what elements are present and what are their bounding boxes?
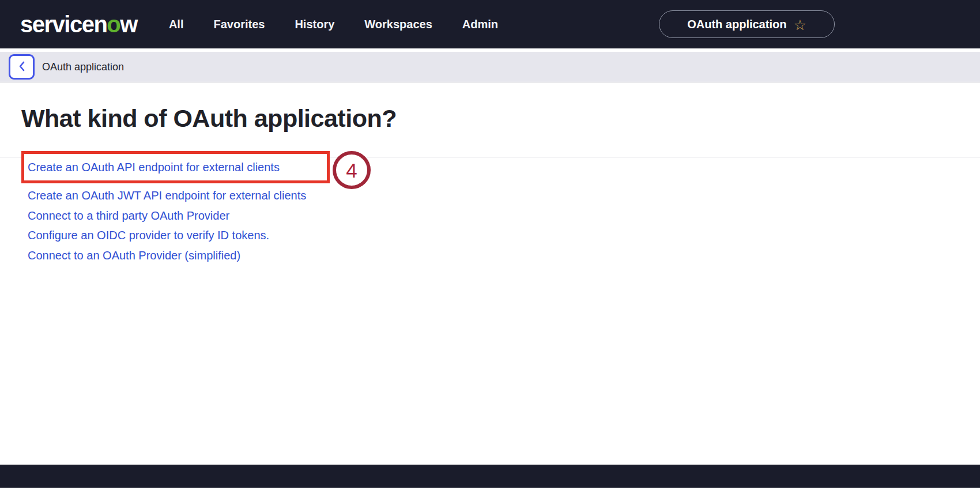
page-title: What kind of OAuth application? <box>21 103 397 134</box>
nav-item-all[interactable]: All <box>169 18 184 31</box>
servicenow-window: servicenow AllFavoritesHistoryWorkspaces… <box>0 0 980 490</box>
link-create-an-oauth-api-endpoint-for-external-clients[interactable]: Create an OAuth API endpoint for externa… <box>28 161 280 174</box>
link-create-an-oauth-jwt-api-endpoint-for-external-clients[interactable]: Create an OAuth JWT API endpoint for ext… <box>28 186 306 206</box>
servicenow-logo[interactable]: servicenow <box>20 13 137 36</box>
primary-nav: AllFavoritesHistoryWorkspacesAdmin <box>169 18 498 31</box>
logo-green-o: o <box>107 12 120 37</box>
bottom-bar <box>0 465 980 488</box>
chevron-left-icon <box>17 60 27 74</box>
favorite-star-icon[interactable]: ☆ <box>793 18 806 32</box>
oauth-option-links: Create an OAuth JWT API endpoint for ext… <box>28 186 306 265</box>
top-nav-bar: servicenow AllFavoritesHistoryWorkspaces… <box>0 0 980 48</box>
link-connect-to-an-oauth-provider-simplified[interactable]: Connect to an OAuth Provider (simplified… <box>28 246 306 266</box>
link-connect-to-a-third-party-oauth-provider[interactable]: Connect to a third party OAuth Provider <box>28 206 306 226</box>
record-pill-label: OAuth application <box>687 18 786 31</box>
logo-text-prefix: servicen <box>20 12 107 37</box>
nav-item-workspaces[interactable]: Workspaces <box>364 18 432 31</box>
annotation-highlight-box: Create an OAuth API endpoint for externa… <box>21 151 330 183</box>
current-record-pill[interactable]: OAuth application ☆ <box>659 10 835 38</box>
nav-item-admin[interactable]: Admin <box>462 18 498 31</box>
nav-item-history[interactable]: History <box>295 18 334 31</box>
link-configure-an-oidc-provider-to-verify-id-tokens[interactable]: Configure an OIDC provider to verify ID … <box>28 225 306 246</box>
logo-text-suffix: w <box>120 12 137 37</box>
annotation-step-number: 4 <box>346 160 357 180</box>
nav-item-favorites[interactable]: Favorites <box>213 18 265 31</box>
annotation-step-badge: 4 <box>333 151 371 189</box>
back-button[interactable] <box>9 54 35 80</box>
breadcrumb-label: OAuth application <box>42 61 124 73</box>
breadcrumb-bar: OAuth application <box>0 52 980 82</box>
